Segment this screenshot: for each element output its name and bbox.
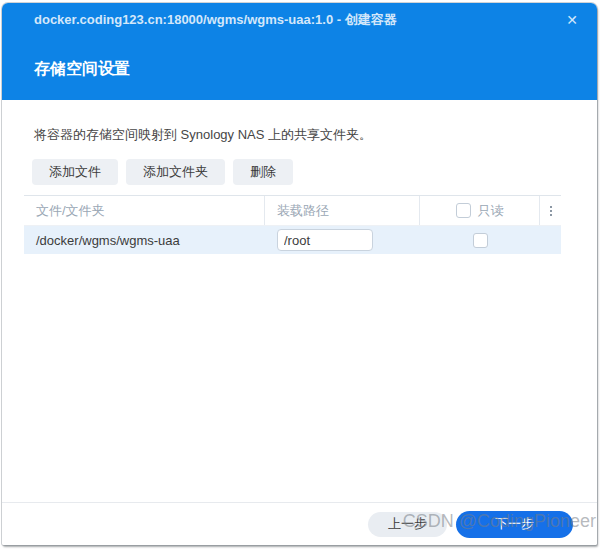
add-folder-button[interactable]: 添加文件夹 xyxy=(126,159,225,185)
step-header: 存储空间设置 xyxy=(2,36,597,100)
create-container-dialog: docker.coding123.cn:18000/wgms/wgms-uaa:… xyxy=(2,3,597,545)
readonly-cell xyxy=(420,226,540,254)
description-text: 将容器的存储空间映射到 Synology NAS 上的共享文件夹。 xyxy=(34,126,597,144)
more-options-icon[interactable] xyxy=(550,206,552,216)
volume-toolbar: 添加文件 添加文件夹 删除 xyxy=(32,159,597,185)
mount-path-input[interactable] xyxy=(277,229,373,251)
dialog-footer: 上一步 下一步 xyxy=(2,502,597,545)
dialog-content: 将容器的存储空间映射到 Synology NAS 上的共享文件夹。 添加文件 添… xyxy=(2,126,597,254)
delete-button[interactable]: 删除 xyxy=(233,159,293,185)
row-options-cell xyxy=(540,226,561,254)
next-step-button[interactable]: 下一步 xyxy=(456,511,573,538)
column-header-file-folder: 文件/文件夹 xyxy=(24,196,265,225)
step-title: 存储空间设置 xyxy=(34,60,130,77)
screen: docker.coding123.cn:18000/wgms/wgms-uaa:… xyxy=(0,0,601,552)
file-folder-cell: /docker/wgms/wgms-uaa xyxy=(24,226,265,254)
previous-step-button[interactable]: 上一步 xyxy=(368,512,447,537)
dialog-titlebar: docker.coding123.cn:18000/wgms/wgms-uaa:… xyxy=(2,3,597,36)
readonly-column-label: 只读 xyxy=(478,202,504,220)
close-icon[interactable]: ✕ xyxy=(562,3,582,36)
table-header-row: 文件/文件夹 装载路径 只读 xyxy=(24,196,561,226)
mount-path-cell xyxy=(265,226,420,254)
add-file-button[interactable]: 添加文件 xyxy=(32,159,118,185)
readonly-select-all-checkbox[interactable] xyxy=(456,203,471,218)
table-row[interactable]: /docker/wgms/wgms-uaa xyxy=(24,226,561,254)
column-header-readonly: 只读 xyxy=(420,196,540,225)
column-options xyxy=(540,196,561,225)
volume-table: 文件/文件夹 装载路径 只读 /docker/wgms/wgms-uaa xyxy=(24,195,561,254)
readonly-row-checkbox[interactable] xyxy=(473,233,488,248)
dialog-title: docker.coding123.cn:18000/wgms/wgms-uaa:… xyxy=(34,11,397,29)
column-header-mount-path: 装载路径 xyxy=(265,196,420,225)
